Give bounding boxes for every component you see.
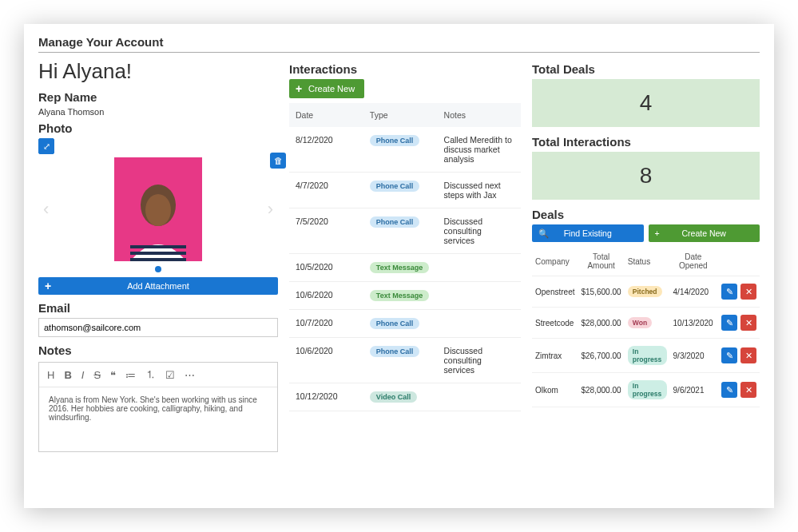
table-row[interactable]: 7/5/2020Phone CallDiscussed consulting s… (289, 208, 521, 254)
interactions-title: Interactions (289, 62, 521, 76)
table-row[interactable]: 10/6/2020Phone CallDiscussed consulting … (289, 338, 521, 383)
col-date: Date Opened (670, 247, 717, 276)
interactions-table: Date Type Notes 8/12/2020Phone CallCalle… (289, 103, 521, 411)
cell-company: Olkom (532, 373, 578, 407)
cell-amount: $28,000.00 (578, 308, 624, 339)
search-icon: 🔍 (538, 228, 549, 239)
cell-type: Phone Call (363, 127, 438, 173)
cell-date: 10/7/2020 (289, 310, 363, 338)
cell-notes (438, 254, 521, 282)
carousel-indicator[interactable] (155, 266, 161, 272)
edit-button[interactable]: ✎ (721, 315, 737, 331)
plus-icon: + (655, 228, 660, 238)
cell-type: Phone Call (363, 173, 438, 208)
notes-body[interactable]: Alyana is from New York. She's been work… (39, 387, 277, 451)
checklist-icon[interactable]: ☑ (165, 369, 175, 381)
edit-button[interactable]: ✎ (721, 284, 737, 300)
col-company: Company (532, 247, 578, 276)
italic-icon[interactable]: I (81, 369, 85, 381)
strike-icon[interactable]: S (93, 369, 101, 381)
type-pill: Phone Call (370, 318, 420, 329)
plus-icon: + (296, 82, 302, 95)
heading-icon[interactable]: H (47, 369, 54, 381)
cell-type: Text Message (363, 254, 438, 282)
expand-photo-icon[interactable]: ⤢ (38, 138, 54, 154)
cell-status: Pitched (625, 276, 670, 308)
cell-date: 10/13/2020 (670, 308, 717, 339)
photo-label: Photo (38, 121, 278, 135)
deals-title: Deals (532, 208, 760, 221)
table-row[interactable]: 10/6/2020Text Message (289, 282, 521, 310)
page-title: Manage Your Account (38, 35, 760, 53)
delete-button[interactable]: ✕ (740, 382, 756, 398)
cell-date: 4/7/2020 (289, 173, 363, 208)
svg-rect-3 (130, 245, 186, 248)
table-row[interactable]: 10/5/2020Text Message (289, 254, 521, 282)
carousel-next-icon[interactable]: › (268, 199, 273, 220)
table-row[interactable]: Openstreet$15,600.00Pitched4/14/2020✎✕ (532, 276, 760, 308)
create-interaction-button[interactable]: + Create New (289, 79, 364, 98)
col-amount: Total Amount (578, 247, 624, 276)
delete-button[interactable]: ✕ (740, 284, 756, 300)
cell-type: Text Message (363, 282, 438, 310)
numbered-list-icon[interactable]: ⒈ (145, 367, 156, 382)
table-row[interactable]: 10/12/2020Video Call (289, 383, 521, 411)
cell-date: 10/5/2020 (289, 254, 363, 282)
cell-type: Phone Call (363, 338, 438, 383)
delete-photo-icon[interactable]: 🗑 (270, 153, 286, 169)
cell-notes (438, 282, 521, 310)
delete-button[interactable]: ✕ (740, 315, 756, 331)
total-interactions-label: Total Interactions (532, 135, 760, 149)
notes-label: Notes (38, 343, 278, 357)
cell-notes: Discussed consulting services (438, 338, 521, 383)
table-row[interactable]: Streetcode$28,000.00Won10/13/2020✎✕ (532, 308, 760, 339)
add-attachment-button[interactable]: + Add Attachment (38, 277, 278, 295)
greeting: Hi Alyana! (38, 59, 278, 84)
status-badge: In progress (628, 346, 667, 365)
cell-amount: $15,600.00 (578, 276, 624, 308)
svg-rect-4 (130, 252, 186, 255)
bullet-list-icon[interactable]: ≔ (125, 369, 136, 381)
cell-date: 10/6/2020 (289, 338, 363, 383)
col-date: Date (289, 103, 363, 127)
table-row[interactable]: 4/7/2020Phone CallDiscussed next steps w… (289, 173, 521, 208)
bold-icon[interactable]: B (64, 369, 71, 381)
cell-status: In progress (625, 339, 670, 373)
cell-amount: $28,000.00 (578, 373, 624, 407)
edit-button[interactable]: ✎ (721, 382, 737, 398)
create-deal-button[interactable]: + Create New (649, 224, 760, 242)
type-pill: Phone Call (370, 216, 420, 228)
quote-icon[interactable]: ❝ (110, 369, 116, 381)
table-row[interactable]: Olkom$28,000.00In progress9/6/2021✎✕ (532, 373, 760, 407)
svg-rect-5 (130, 258, 186, 261)
app-frame: Manage Your Account Hi Alyana! Rep Name … (24, 24, 774, 508)
cell-date: 4/14/2020 (670, 276, 717, 308)
col-notes: Notes (438, 103, 521, 127)
table-row[interactable]: Zimtrax$26,700.00In progress9/3/2020✎✕ (532, 339, 760, 373)
col-status: Status (625, 247, 670, 276)
deals-table: Company Total Amount Status Date Opened … (532, 247, 760, 407)
delete-button[interactable]: ✕ (740, 347, 756, 363)
svg-point-2 (145, 194, 171, 226)
type-pill: Video Call (370, 391, 417, 403)
carousel-prev-icon[interactable]: ‹ (43, 199, 49, 220)
cell-company: Openstreet (532, 276, 578, 308)
find-existing-button[interactable]: 🔍 Find Existing (532, 224, 644, 242)
table-row[interactable]: 10/7/2020Phone Call (289, 310, 521, 338)
more-icon[interactable]: ⋯ (185, 369, 195, 381)
email-field[interactable] (38, 318, 278, 337)
table-row[interactable]: 8/12/2020Phone CallCalled Meredith to di… (289, 127, 521, 173)
cell-type: Phone Call (363, 310, 438, 338)
status-badge: Won (628, 317, 652, 328)
notes-editor: H B I S ❝ ≔ ⒈ ☑ ⋯ Alyana is from New Yor… (38, 362, 278, 452)
edit-button[interactable]: ✎ (721, 347, 737, 363)
notes-toolbar: H B I S ❝ ≔ ⒈ ☑ ⋯ (39, 363, 277, 387)
cell-notes (438, 310, 521, 338)
total-deals-value: 4 (532, 79, 760, 127)
create-interaction-label: Create New (308, 84, 355, 93)
cell-date: 9/3/2020 (670, 339, 717, 373)
email-label: Email (38, 301, 278, 315)
cell-status: Won (625, 308, 670, 339)
cell-date: 10/6/2020 (289, 282, 363, 310)
cell-company: Streetcode (532, 308, 578, 339)
